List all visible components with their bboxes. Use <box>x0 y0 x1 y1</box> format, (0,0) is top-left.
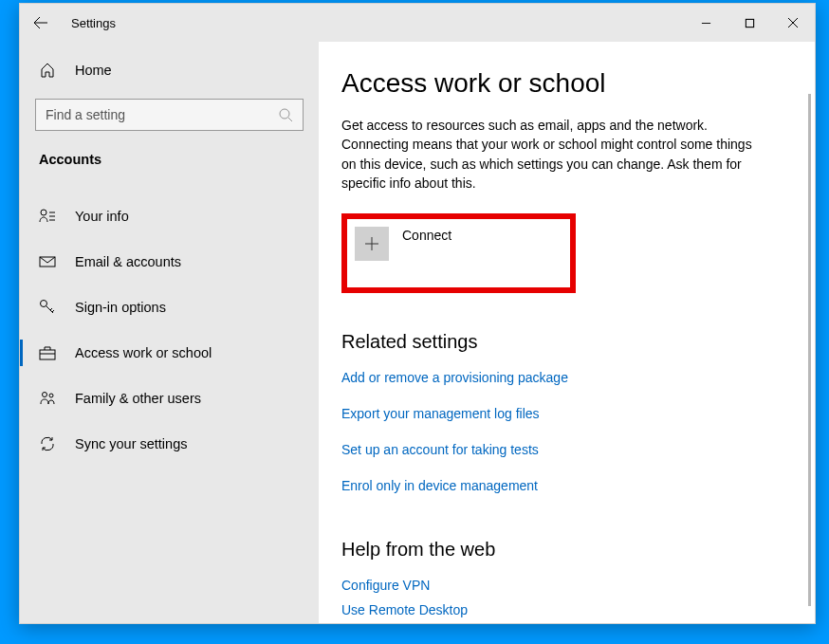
svg-point-6 <box>43 393 47 397</box>
link-export-log-files[interactable]: Export your management log files <box>341 406 809 421</box>
sidebar-item-label: Your info <box>75 209 129 224</box>
link-account-tests[interactable]: Set up an account for taking tests <box>341 442 809 457</box>
settings-window: Settings Home <box>19 3 816 624</box>
key-icon <box>39 299 56 316</box>
plus-icon <box>355 227 389 261</box>
search-box[interactable] <box>35 99 304 131</box>
nav-list: Your info Email & accounts Sign-in optio… <box>20 193 319 467</box>
sidebar-item-email-accounts[interactable]: Email & accounts <box>20 239 319 285</box>
maximize-icon <box>745 18 755 28</box>
titlebar: Settings <box>20 4 815 42</box>
connect-label: Connect <box>402 227 451 243</box>
briefcase-icon <box>39 344 56 361</box>
search-icon <box>278 107 293 122</box>
help-section: Help from the web Configure VPN Use Remo… <box>341 539 809 617</box>
sidebar-item-sync-settings[interactable]: Sync your settings <box>20 421 319 467</box>
sidebar-item-family-users[interactable]: Family & other users <box>20 376 319 421</box>
sidebar-item-your-info[interactable]: Your info <box>20 193 319 239</box>
svg-point-4 <box>41 301 47 307</box>
sidebar-item-label: Family & other users <box>75 391 201 406</box>
category-accounts: Accounts <box>20 144 319 175</box>
sidebar-item-label: Sync your settings <box>75 436 187 451</box>
help-heading: Help from the web <box>341 539 809 561</box>
back-button[interactable] <box>20 4 62 42</box>
page-title: Access work or school <box>341 68 809 99</box>
svg-point-2 <box>41 210 46 215</box>
email-icon <box>39 253 56 270</box>
sidebar-item-label: Sign-in options <box>75 300 166 315</box>
sync-icon <box>39 435 56 452</box>
sidebar: Home Accounts Your info <box>20 42 319 623</box>
svg-point-1 <box>280 109 289 119</box>
link-provisioning-package[interactable]: Add or remove a provisioning package <box>341 370 809 385</box>
search-wrap <box>20 91 319 144</box>
close-button[interactable] <box>771 4 815 42</box>
your-info-icon <box>39 208 56 225</box>
home-label: Home <box>75 63 112 78</box>
link-configure-vpn[interactable]: Configure VPN <box>341 578 809 593</box>
svg-rect-5 <box>40 350 55 359</box>
sidebar-item-label: Email & accounts <box>75 254 181 269</box>
svg-point-7 <box>49 394 53 397</box>
search-input[interactable] <box>46 107 278 122</box>
home-nav[interactable]: Home <box>20 49 319 91</box>
link-enrol-device-mgmt[interactable]: Enrol only in device management <box>341 478 809 493</box>
content-area: Home Accounts Your info <box>20 42 815 623</box>
page-description: Get access to resources such as email, a… <box>341 116 768 193</box>
maximize-button[interactable] <box>728 4 771 42</box>
titlebar-left: Settings <box>20 4 684 42</box>
minimize-icon <box>701 18 711 28</box>
app-title: Settings <box>71 16 116 30</box>
window-controls <box>684 4 815 42</box>
home-icon <box>39 62 56 79</box>
related-settings-heading: Related settings <box>341 331 809 353</box>
connect-highlight-box: Connect <box>341 213 576 293</box>
svg-rect-0 <box>746 19 753 27</box>
sidebar-item-label: Access work or school <box>75 345 212 360</box>
sidebar-item-access-work-school[interactable]: Access work or school <box>20 330 319 376</box>
link-remote-desktop[interactable]: Use Remote Desktop <box>341 602 809 617</box>
back-arrow-icon <box>33 15 48 30</box>
connect-button[interactable]: Connect <box>355 227 562 261</box>
close-icon <box>787 17 799 28</box>
minimize-button[interactable] <box>684 4 728 42</box>
main-panel: Access work or school Get access to reso… <box>319 42 815 623</box>
sidebar-item-sign-in-options[interactable]: Sign-in options <box>20 285 319 330</box>
people-icon <box>39 390 56 407</box>
scrollbar[interactable] <box>808 94 811 606</box>
